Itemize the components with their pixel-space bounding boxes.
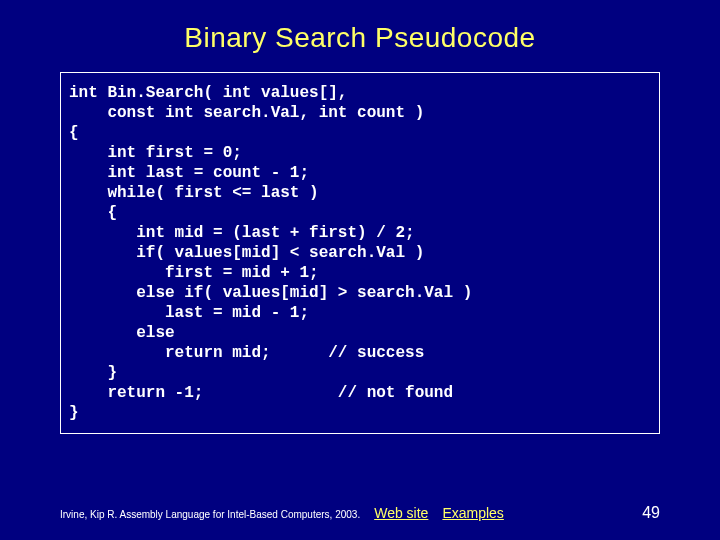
slide-title: Binary Search Pseudocode [0,0,720,64]
examples-link[interactable]: Examples [442,505,503,521]
website-link[interactable]: Web site [374,505,428,521]
code-block: int Bin.Search( int values[], const int … [69,83,651,423]
citation-text: Irvine, Kip R. Assembly Language for Int… [60,509,360,520]
code-box: int Bin.Search( int values[], const int … [60,72,660,434]
page-number: 49 [642,504,660,522]
slide: Binary Search Pseudocode int Bin.Search(… [0,0,720,540]
footer: Irvine, Kip R. Assembly Language for Int… [60,504,660,522]
